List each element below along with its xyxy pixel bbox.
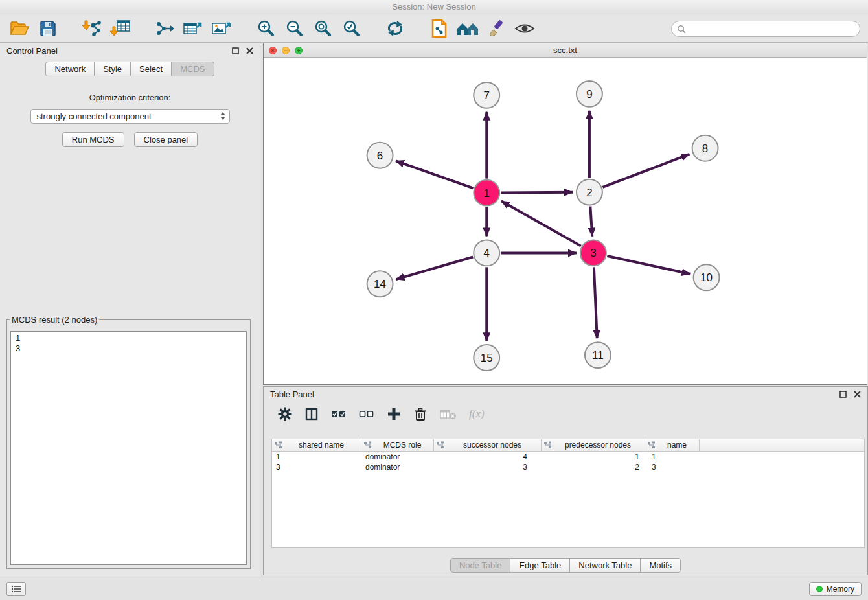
open-folder-icon: [10, 20, 29, 37]
save-session-button[interactable]: [36, 17, 60, 40]
node-14[interactable]: 14: [367, 271, 393, 297]
refresh-view-button[interactable]: [383, 17, 407, 40]
search-input[interactable]: [689, 23, 851, 34]
zoom-in-button[interactable]: [254, 17, 277, 40]
svg-text:6: 6: [377, 150, 383, 162]
criterion-selected-value: strongly connected component: [37, 111, 152, 121]
new-network-button[interactable]: [153, 17, 176, 40]
zoom-out-button[interactable]: [282, 17, 306, 40]
edge-4-14[interactable]: [396, 257, 473, 280]
open-session-button[interactable]: [8, 17, 31, 40]
import-network-button[interactable]: [80, 17, 104, 40]
tab-select[interactable]: Select: [130, 62, 172, 76]
window-title: Session: New Session: [392, 2, 475, 12]
export-image-button[interactable]: [210, 17, 233, 40]
optimization-criterion-label: Optimization criterion:: [0, 93, 260, 102]
table-cell[interactable]: 3: [434, 462, 542, 472]
zoom-fit-button[interactable]: [311, 17, 334, 40]
node-8[interactable]: 8: [692, 135, 718, 161]
table-cell[interactable]: 1: [272, 452, 361, 462]
control-panel-tabs: Network Style Select MCDS: [0, 62, 260, 76]
tab-motifs[interactable]: Motifs: [640, 558, 681, 573]
task-history-button[interactable]: [6, 582, 26, 596]
column-header-shared-name[interactable]: shared name: [272, 439, 361, 451]
tab-network-table[interactable]: Network Table: [569, 558, 641, 573]
node-6[interactable]: 6: [367, 143, 393, 168]
table-row[interactable]: 1dominator411: [272, 452, 864, 462]
network-snapshot-button[interactable]: [428, 17, 451, 40]
style-paint-button[interactable]: [485, 17, 508, 40]
first-neighbors-button[interactable]: [456, 17, 479, 40]
maximize-window-button[interactable]: +: [295, 47, 303, 54]
criterion-select[interactable]: strongly connected component: [30, 109, 230, 124]
delete-table-icon-disabled: [440, 408, 457, 420]
node-table-header-row: shared nameMCDS rolesuccessor nodesprede…: [272, 439, 864, 452]
edge-3-10[interactable]: [607, 256, 690, 274]
table-toolbar: f(x): [264, 402, 867, 426]
edge-1-2[interactable]: [501, 192, 573, 193]
mcds-result-list[interactable]: 13: [10, 331, 247, 565]
tab-node-table[interactable]: Node Table: [450, 558, 511, 573]
zoom-out-icon: [285, 19, 303, 38]
table-cell[interactable]: 3: [645, 462, 700, 472]
show-hide-button[interactable]: [513, 17, 536, 40]
column-header-name[interactable]: name: [645, 439, 700, 451]
close-panel-icon[interactable]: [246, 47, 253, 54]
float-panel-icon[interactable]: [232, 47, 239, 54]
table-cell[interactable]: 2: [542, 462, 645, 472]
zoom-in-icon: [257, 19, 275, 38]
node-4[interactable]: 4: [474, 240, 499, 266]
table-cell[interactable]: 1: [645, 452, 700, 462]
table-settings-gear-icon[interactable]: [278, 407, 292, 421]
show-column-icon[interactable]: [304, 407, 319, 421]
unselect-all-icon[interactable]: [359, 409, 374, 419]
svg-text:4: 4: [484, 247, 490, 259]
node-11[interactable]: 11: [585, 342, 611, 368]
edge-2-3[interactable]: [590, 206, 592, 236]
search-box[interactable]: [671, 21, 860, 37]
table-cell[interactable]: 4: [434, 452, 542, 462]
network-canvas[interactable]: 7968124314101511: [264, 58, 867, 384]
memory-button[interactable]: Memory: [809, 582, 862, 596]
select-all-icon[interactable]: [331, 409, 347, 419]
table-cell[interactable]: dominator: [361, 452, 434, 462]
float-table-panel-icon[interactable]: [839, 391, 847, 398]
column-header-successor-nodes[interactable]: successor nodes: [434, 439, 542, 451]
network-window-titlebar[interactable]: × − + scc.txt: [264, 43, 867, 58]
tab-style[interactable]: Style: [94, 62, 131, 76]
close-panel-button[interactable]: Close panel: [134, 132, 198, 147]
export-table-button[interactable]: [181, 17, 205, 40]
import-table-button[interactable]: [109, 17, 132, 40]
run-mcds-button[interactable]: Run MCDS: [62, 132, 124, 147]
column-header-MCDS-role[interactable]: MCDS role: [361, 439, 434, 451]
node-9[interactable]: 9: [577, 81, 602, 107]
new-network-icon: [155, 19, 174, 38]
network-view[interactable]: 7968124314101511: [264, 58, 867, 384]
delete-column-trash-icon[interactable]: [413, 407, 428, 421]
edge-2-8[interactable]: [602, 154, 689, 187]
node-15[interactable]: 15: [474, 345, 499, 371]
tab-mcds[interactable]: MCDS: [171, 62, 214, 76]
tab-network[interactable]: Network: [45, 62, 95, 76]
svg-text:1: 1: [484, 187, 490, 200]
table-cell[interactable]: 1: [542, 452, 645, 462]
svg-text:2: 2: [586, 187, 592, 199]
table-cell[interactable]: dominator: [361, 462, 434, 472]
edge-3-1[interactable]: [501, 201, 581, 246]
close-table-panel-icon[interactable]: [854, 391, 861, 398]
node-1[interactable]: 1: [474, 180, 499, 206]
edge-1-6[interactable]: [396, 161, 473, 188]
create-column-plus-icon[interactable]: [387, 407, 401, 421]
zoom-selected-button[interactable]: [339, 17, 363, 40]
table-row[interactable]: 3dominator323: [272, 462, 864, 472]
node-2[interactable]: 2: [577, 179, 602, 205]
tab-edge-table[interactable]: Edge Table: [510, 558, 570, 573]
table-cell[interactable]: 3: [272, 462, 361, 472]
column-header-predecessor-nodes[interactable]: predecessor nodes: [542, 439, 645, 451]
minimize-window-button[interactable]: −: [282, 47, 290, 54]
node-10[interactable]: 10: [694, 264, 720, 290]
node-7[interactable]: 7: [474, 82, 499, 108]
close-window-button[interactable]: ×: [269, 47, 277, 54]
edge-3-11[interactable]: [594, 267, 597, 338]
node-3[interactable]: 3: [580, 240, 606, 266]
